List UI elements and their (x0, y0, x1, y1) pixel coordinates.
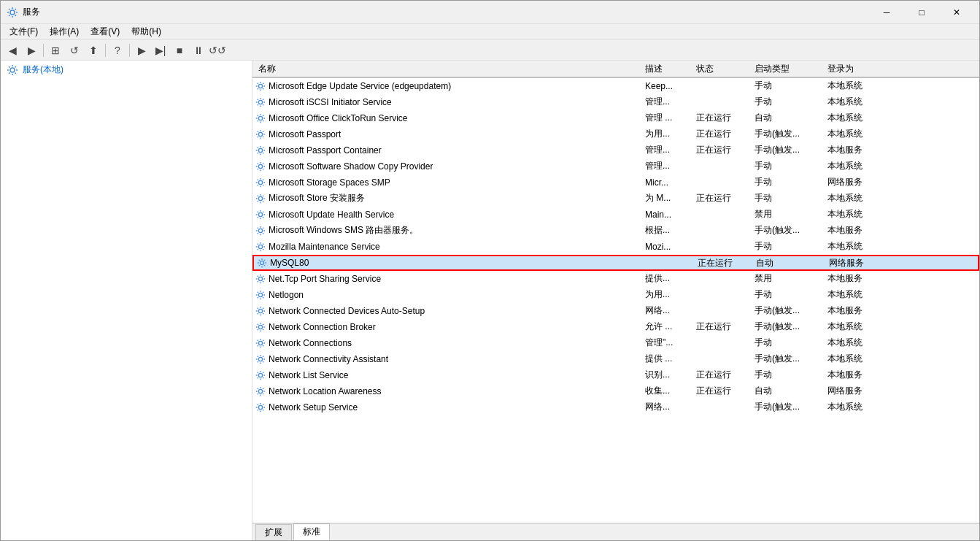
service-logon: 网络服务 (825, 385, 898, 397)
service-gear-icon (255, 386, 266, 396)
service-name-cell: Net.Tcp Port Sharing Service (255, 274, 642, 284)
right-panel: 名称 描述 状态 启动类型 登录为 Microsoft Edge Update … (252, 61, 979, 540)
table-row[interactable]: Microsoft Update Health ServiceMain...禁用… (252, 207, 979, 223)
stop-service-button[interactable]: ■ (171, 42, 188, 58)
table-row[interactable]: Microsoft Passport为用...正在运行手动(触发...本地系统 (252, 126, 979, 142)
table-row[interactable]: Network Setup Service网络...手动(触发...本地系统 (252, 399, 979, 415)
service-name: Network Location Awareness (269, 386, 382, 396)
service-gear-icon (255, 354, 266, 364)
service-startup: 手动 (752, 80, 825, 92)
table-row[interactable]: Mozilla Maintenance ServiceMozi...手动本地系统 (252, 239, 979, 255)
toolbar-sep-2 (105, 44, 106, 57)
service-desc: 为用... (642, 128, 693, 140)
service-startup: 手动 (752, 160, 825, 172)
table-row[interactable]: Microsoft Windows SMS 路由器服务。根据...手动(触发..… (252, 223, 979, 239)
service-startup: 手动(触发... (752, 304, 825, 317)
minimize-button[interactable]: ─ (870, 1, 903, 23)
service-desc: Main... (642, 210, 693, 220)
table-row[interactable]: Network List Service识别...正在运行手动本地服务 (252, 367, 979, 383)
pause-service-button[interactable]: ⏸ (190, 42, 207, 58)
service-desc: 允许 ... (642, 321, 693, 333)
service-status: 正在运行 (693, 112, 752, 124)
table-row[interactable]: Network Connected Devices Auto-Setup网络..… (252, 303, 979, 319)
toolbar-sep-3 (129, 44, 130, 57)
service-status: 正在运行 (693, 385, 752, 397)
service-logon: 本地系统 (825, 353, 898, 365)
table-row[interactable]: Microsoft Store 安装服务为 M...正在运行手动本地系统 (252, 191, 979, 207)
service-logon: 本地系统 (825, 192, 898, 204)
tab-扩展[interactable]: 扩展 (255, 524, 292, 540)
service-name-cell: Microsoft iSCSI Initiator Service (255, 97, 642, 107)
service-startup: 手动 (752, 369, 825, 381)
service-list[interactable]: Microsoft Edge Update Service (edgeupdat… (252, 78, 979, 523)
svg-point-15 (258, 293, 262, 296)
service-desc: 提供... (642, 272, 693, 285)
menu-item-0[interactable]: 文件(F) (4, 24, 44, 39)
sidebar-item-local[interactable]: 服务(本地) (1, 61, 252, 79)
header-name: 名称 (255, 63, 642, 75)
service-name-cell: Mozilla Maintenance Service (255, 242, 642, 252)
service-name-cell: Network Connected Devices Auto-Setup (255, 306, 642, 316)
table-row[interactable]: Microsoft Storage Spaces SMPMicr...手动网络服… (252, 174, 979, 191)
table-row[interactable]: Net.Tcp Port Sharing Service提供...禁用本地服务 (252, 271, 979, 287)
service-name-cell: Network Location Awareness (255, 386, 642, 396)
svg-point-0 (10, 10, 15, 15)
service-gear-icon (255, 81, 266, 91)
table-row[interactable]: Microsoft Passport Container管理...正在运行手动(… (252, 142, 979, 158)
service-startup: 自动 (752, 385, 825, 397)
service-desc: 管理... (642, 144, 693, 156)
export-button[interactable]: ⬆ (85, 42, 102, 58)
svg-point-21 (258, 389, 262, 393)
service-gear-icon (255, 402, 266, 413)
svg-point-19 (258, 357, 262, 361)
table-row[interactable]: Network Location Awareness收集...正在运行自动网络服… (252, 383, 979, 399)
service-logon: 本地系统 (825, 80, 898, 92)
service-gear-icon (255, 242, 266, 252)
tab-标准[interactable]: 标准 (293, 523, 330, 540)
forward-button[interactable]: ▶ (23, 42, 40, 58)
service-name-cell: Microsoft Windows SMS 路由器服务。 (255, 224, 642, 237)
service-startup: 自动 (752, 112, 825, 124)
service-logon: 本地系统 (825, 112, 898, 124)
service-name-cell: Network Connectivity Assistant (255, 354, 642, 364)
service-name-cell: Microsoft Edge Update Service (edgeupdat… (255, 81, 642, 91)
service-status: 正在运行 (695, 257, 753, 269)
service-name-cell: Netlogon (255, 290, 642, 300)
start-service-button[interactable]: ▶ (133, 42, 150, 58)
title-controls: ─ □ ✕ (870, 1, 973, 23)
service-startup: 手动 (752, 240, 825, 253)
table-row[interactable]: Network Connection Broker允许 ...正在运行手动(触发… (252, 319, 979, 335)
service-gear-icon (255, 322, 266, 332)
table-row[interactable]: Netlogon为用...手动本地系统 (252, 287, 979, 303)
service-logon: 本地服务 (825, 224, 898, 237)
table-row[interactable]: MySQL80正在运行自动网络服务 (252, 255, 979, 271)
table-row[interactable]: Network Connections管理"...手动本地系统 (252, 335, 979, 351)
table-row[interactable]: Microsoft Software Shadow Copy Provider管… (252, 158, 979, 174)
service-name: Microsoft Office ClickToRun Service (269, 113, 408, 123)
menu-item-1[interactable]: 操作(A) (44, 24, 85, 39)
service-gear-icon (255, 370, 266, 380)
header-desc: 描述 (642, 63, 693, 75)
table-row[interactable]: Microsoft Edge Update Service (edgeupdat… (252, 78, 979, 94)
show-hide-button[interactable]: ⊞ (47, 42, 64, 58)
service-desc: 识别... (642, 369, 693, 381)
start-service-alt-button[interactable]: ▶| (152, 42, 169, 58)
menu-item-3[interactable]: 帮助(H) (126, 24, 167, 39)
service-gear-icon (255, 210, 266, 220)
table-row[interactable]: Microsoft Office ClickToRun Service管理 ..… (252, 110, 979, 126)
service-name: Microsoft Storage Spaces SMP (269, 177, 390, 188)
table-row[interactable]: Network Connectivity Assistant提供 ...手动(触… (252, 351, 979, 367)
close-button[interactable]: ✕ (940, 1, 973, 23)
window-icon (7, 7, 18, 18)
restart-service-button[interactable]: ↺↺ (209, 42, 226, 58)
menu-item-2[interactable]: 查看(V) (85, 24, 126, 39)
sidebar: 服务(本地) (1, 61, 252, 540)
back-button[interactable]: ◀ (4, 42, 21, 58)
service-logon: 本地系统 (825, 288, 898, 301)
service-logon: 本地系统 (825, 240, 898, 253)
maximize-button[interactable]: □ (905, 1, 938, 23)
help-button[interactable]: ? (109, 42, 126, 58)
table-row[interactable]: Microsoft iSCSI Initiator Service管理...手动… (252, 94, 979, 110)
refresh-button[interactable]: ↺ (66, 42, 83, 58)
svg-point-10 (258, 212, 262, 216)
